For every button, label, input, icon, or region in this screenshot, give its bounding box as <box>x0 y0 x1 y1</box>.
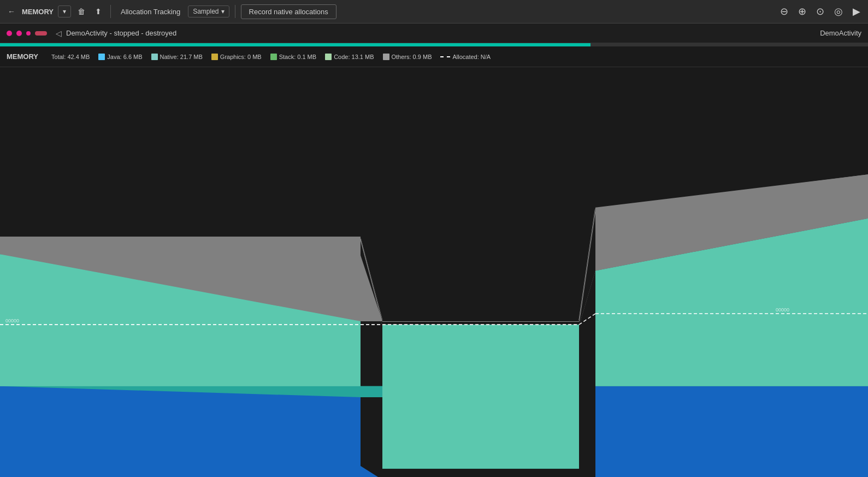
native-color-box <box>151 54 158 60</box>
timeline-progress <box>0 43 591 46</box>
sampled-dropdown[interactable]: Sampled ▾ <box>188 5 229 17</box>
back-button[interactable]: ← <box>4 5 19 18</box>
separator-2 <box>235 5 235 18</box>
java-layer-right <box>595 386 868 477</box>
activity-right: DemoActivity <box>820 29 861 37</box>
dot-1 <box>7 31 12 36</box>
toolbar-right: ⊖ ⊕ ⊙ ◎ ▶ <box>777 4 864 19</box>
toolbar: ← MEMORY ▾ 🗑 ⬆ Allocation Tracking Sampl… <box>0 0 868 23</box>
activity-status: DemoActivity - stopped - destroyed <box>66 29 176 37</box>
others-color-box <box>383 54 389 60</box>
app-label: MEMORY <box>22 8 54 16</box>
app-dropdown[interactable]: ▾ <box>58 5 71 17</box>
record-native-button[interactable]: Record native allocations <box>241 4 336 19</box>
dashed-label-right: 00000 <box>776 307 789 313</box>
play-icon: ◁ <box>56 29 62 38</box>
status-bar: ◁ DemoActivity - stopped - destroyed Dem… <box>0 23 868 43</box>
zoom-out-button[interactable]: ⊖ <box>777 4 792 19</box>
native-mid-2 <box>382 325 579 469</box>
dot-4 <box>35 31 47 36</box>
frame-select-button[interactable]: ◎ <box>831 4 846 19</box>
memory-chart: 00000 00000 <box>0 67 868 477</box>
dashed-label-left: 00000 <box>5 318 19 323</box>
dot-2 <box>16 31 22 36</box>
zoom-in-button[interactable]: ⊕ <box>795 4 810 19</box>
graphics-color-box <box>211 54 218 60</box>
java-color-box <box>98 54 105 60</box>
legend-code: Code: 13.1 MB <box>325 54 374 60</box>
alloc-tracking-label: Allocation Tracking <box>116 8 185 16</box>
legend-allocated: Allocated: N/A <box>440 54 491 60</box>
legend-bar: MEMORY Total: 42.4 MB Java: 6.6 MB Nativ… <box>0 46 868 67</box>
export-button[interactable]: ⬆ <box>92 5 105 18</box>
code-color-box <box>325 54 332 60</box>
legend-stack: Stack: 0.1 MB <box>270 54 316 60</box>
reset-zoom-button[interactable]: ⊙ <box>813 4 828 19</box>
dot-3 <box>26 31 31 36</box>
legend-java: Java: 6.6 MB <box>98 54 142 60</box>
separator-1 <box>110 5 111 18</box>
legend-native: Native: 21.7 MB <box>151 54 203 60</box>
delete-button[interactable]: 🗑 <box>74 5 88 18</box>
legend-graphics: Graphics: 0 MB <box>211 54 262 60</box>
stack-color-box <box>270 54 277 60</box>
allocated-dashed <box>440 56 450 57</box>
java-layer-left <box>0 386 382 477</box>
play-pause-button[interactable]: ▶ <box>849 4 864 19</box>
chart-container: - 48 MB 50000 - 16 50000 <box>0 67 868 477</box>
legend-others: Others: 0.9 MB <box>383 54 432 60</box>
timeline-bar <box>0 43 868 46</box>
memory-label: MEMORY <box>7 52 38 61</box>
legend-total: Total: 42.4 MB <box>51 54 90 60</box>
